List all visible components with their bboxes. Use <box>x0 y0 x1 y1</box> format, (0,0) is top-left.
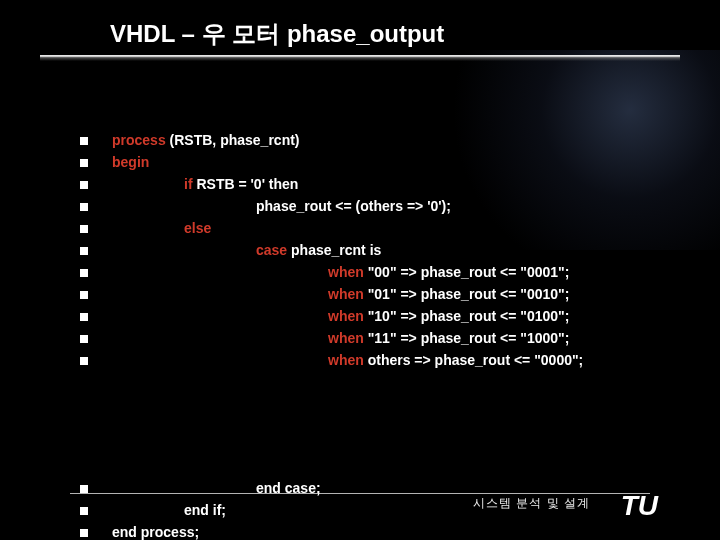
code-rest: "11" => phase_rout <= "1000"; <box>364 330 570 346</box>
code-rest: RSTB = '0' then <box>193 176 299 192</box>
code-line: when "00" => phase_rout <= "0001"; <box>80 261 680 283</box>
keyword: when <box>328 286 364 302</box>
footer-rule <box>70 493 650 494</box>
code-text: when others => phase_rout <= "0000"; <box>112 349 680 371</box>
code-group-1: process (RSTB, phase_rcnt)beginif RSTB =… <box>80 129 680 371</box>
code-gap <box>80 415 680 433</box>
code-text: begin <box>112 151 680 173</box>
code-text: process (RSTB, phase_rcnt) <box>112 129 680 151</box>
keyword: when <box>328 308 364 324</box>
bullet-icon <box>80 137 88 145</box>
bullet-icon <box>80 507 88 515</box>
code-rest: "10" => phase_rout <= "0100"; <box>364 308 570 324</box>
bullet-icon <box>80 357 88 365</box>
code-rest: end if; <box>184 502 226 518</box>
bullet-icon <box>80 529 88 537</box>
code-line: when "10" => phase_rout <= "0100"; <box>80 305 680 327</box>
bullet-icon <box>80 291 88 299</box>
code-block: process (RSTB, phase_rcnt)beginif RSTB =… <box>80 85 680 540</box>
keyword: when <box>328 330 364 346</box>
code-text: end case; <box>112 477 680 499</box>
bullet-icon <box>80 181 88 189</box>
code-text: phase_rout <= (others => '0'); <box>112 195 680 217</box>
code-text: end if; <box>112 499 680 521</box>
code-text: when "01" => phase_rout <= "0010"; <box>112 283 680 305</box>
keyword: else <box>184 220 211 236</box>
code-line: case phase_rcnt is <box>80 239 680 261</box>
code-rest: phase_rout <= (others => '0'); <box>256 198 451 214</box>
footer-caption: 시스템 분석 및 설계 <box>473 495 590 512</box>
code-text: case phase_rcnt is <box>112 239 680 261</box>
code-line: end process; <box>80 521 680 540</box>
keyword: when <box>328 264 364 280</box>
code-line: end if; <box>80 499 680 521</box>
bullet-icon <box>80 335 88 343</box>
slide: VHDL – 우 모터 phase_output process (RSTB, … <box>0 0 720 540</box>
footer-logo: TU <box>621 490 658 522</box>
code-text: when "11" => phase_rout <= "1000"; <box>112 327 680 349</box>
code-line: process (RSTB, phase_rcnt) <box>80 129 680 151</box>
code-rest: end process; <box>112 524 199 540</box>
title-underline <box>40 55 680 61</box>
slide-title: VHDL – 우 모터 phase_output <box>110 18 444 50</box>
code-line: phase_rout <= (others => '0'); <box>80 195 680 217</box>
bullet-icon <box>80 225 88 233</box>
code-line: end case; <box>80 477 680 499</box>
keyword: case <box>256 242 287 258</box>
bullet-icon <box>80 269 88 277</box>
code-rest: (RSTB, phase_rcnt) <box>166 132 300 148</box>
code-rest: others => phase_rout <= "0000"; <box>364 352 583 368</box>
bullet-icon <box>80 159 88 167</box>
code-text: when "10" => phase_rout <= "0100"; <box>112 305 680 327</box>
code-line: when "01" => phase_rout <= "0010"; <box>80 283 680 305</box>
code-rest: phase_rcnt is <box>287 242 381 258</box>
code-text: end process; <box>112 521 680 540</box>
code-group-2: end case;end if;end process; <box>80 477 680 540</box>
bullet-icon <box>80 313 88 321</box>
code-text: when "00" => phase_rout <= "0001"; <box>112 261 680 283</box>
keyword: if <box>184 176 193 192</box>
code-line: when "11" => phase_rout <= "1000"; <box>80 327 680 349</box>
bullet-icon <box>80 247 88 255</box>
code-text: else <box>112 217 680 239</box>
code-line: else <box>80 217 680 239</box>
code-line: if RSTB = '0' then <box>80 173 680 195</box>
bullet-icon <box>80 203 88 211</box>
keyword: begin <box>112 154 149 170</box>
keyword: when <box>328 352 364 368</box>
code-rest: "00" => phase_rout <= "0001"; <box>364 264 570 280</box>
code-text: if RSTB = '0' then <box>112 173 680 195</box>
bullet-icon <box>80 485 88 493</box>
code-line: begin <box>80 151 680 173</box>
keyword: process <box>112 132 166 148</box>
code-rest: "01" => phase_rout <= "0010"; <box>364 286 570 302</box>
code-line: when others => phase_rout <= "0000"; <box>80 349 680 371</box>
